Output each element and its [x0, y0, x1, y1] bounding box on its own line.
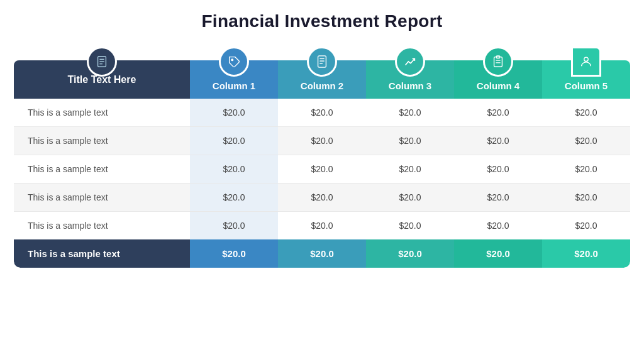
person-icon — [579, 55, 593, 69]
row5-col3: $20.0 — [366, 212, 454, 239]
row5-col5: $20.0 — [542, 212, 630, 239]
row2-label: This is a sample text — [14, 127, 190, 155]
col4-icon-bubble — [483, 47, 513, 77]
row3-col1: $20.0 — [190, 155, 278, 183]
row4-col4: $20.0 — [454, 184, 542, 211]
col5-icon-bubble — [571, 47, 601, 77]
document-icon — [95, 55, 109, 69]
row1-col1: $20.0 — [190, 99, 278, 126]
header-col-5: Column 5 — [542, 60, 630, 99]
footer-col3: $20.0 — [366, 239, 454, 268]
header-col-2: Column 2 — [278, 60, 366, 99]
table-header: Title Text Here Column 1 — [14, 60, 630, 99]
header-col1-label: Column 1 — [213, 80, 255, 91]
row5-label: This is a sample text — [14, 212, 190, 239]
row1-col3: $20.0 — [366, 99, 454, 126]
footer-col4: $20.0 — [454, 239, 542, 268]
title-icon-bubble — [87, 47, 117, 77]
tag-icon — [227, 55, 241, 69]
page-wrapper: Financial Investment Report Title Text H… — [0, 0, 644, 362]
table-row: This is a sample text $20.0 $20.0 $20.0 … — [14, 99, 630, 127]
row2-col2: $20.0 — [278, 127, 366, 155]
row3-col3: $20.0 — [366, 155, 454, 183]
svg-point-13 — [584, 57, 588, 61]
row3-col5: $20.0 — [542, 155, 630, 183]
row4-col1: $20.0 — [190, 184, 278, 211]
row1-label: This is a sample text — [14, 99, 190, 126]
header-col5-label: Column 5 — [565, 80, 608, 91]
row4-col5: $20.0 — [542, 184, 630, 211]
row4-col3: $20.0 — [366, 184, 454, 211]
col2-icon-bubble — [307, 47, 337, 77]
clipboard-icon — [491, 55, 505, 69]
table-footer: This is a sample text $20.0 $20.0 $20.0 … — [14, 239, 630, 268]
row1-col5: $20.0 — [542, 99, 630, 126]
chart-icon — [403, 55, 417, 69]
header-col-3: Column 3 — [366, 60, 454, 99]
row2-col4: $20.0 — [454, 127, 542, 155]
row1-col2: $20.0 — [278, 99, 366, 126]
svg-rect-5 — [318, 56, 326, 67]
svg-point-4 — [231, 59, 233, 61]
row5-col2: $20.0 — [278, 212, 366, 239]
table-row: This is a sample text $20.0 $20.0 $20.0 … — [14, 155, 630, 184]
footer-label: This is a sample text — [14, 239, 190, 268]
row5-col1: $20.0 — [190, 212, 278, 239]
table-row: This is a sample text $20.0 $20.0 $20.0 … — [14, 184, 630, 212]
row2-col3: $20.0 — [366, 127, 454, 155]
header-col-1: Column 1 — [190, 60, 278, 99]
table-row: This is a sample text $20.0 $20.0 $20.0 … — [14, 212, 630, 239]
row3-label: This is a sample text — [14, 155, 190, 183]
table-container: Title Text Here Column 1 — [14, 45, 630, 268]
row3-col4: $20.0 — [454, 155, 542, 183]
row1-col4: $20.0 — [454, 99, 542, 126]
header-col4-label: Column 4 — [477, 80, 519, 91]
header-col3-label: Column 3 — [389, 80, 431, 91]
row3-col2: $20.0 — [278, 155, 366, 183]
col1-icon-bubble — [219, 47, 249, 77]
document2-icon — [315, 55, 329, 69]
table-row: This is a sample text $20.0 $20.0 $20.0 … — [14, 127, 630, 155]
row5-col4: $20.0 — [454, 212, 542, 239]
header-title-cell: Title Text Here — [14, 60, 190, 99]
header-col-4: Column 4 — [454, 60, 542, 99]
page-title: Financial Investment Report — [201, 11, 442, 31]
row2-col5: $20.0 — [542, 127, 630, 155]
footer-col5: $20.0 — [542, 239, 630, 268]
row2-col1: $20.0 — [190, 127, 278, 155]
footer-col2: $20.0 — [278, 239, 366, 268]
row4-label: This is a sample text — [14, 184, 190, 211]
table-body: This is a sample text $20.0 $20.0 $20.0 … — [14, 99, 630, 239]
header-col2-label: Column 2 — [301, 80, 343, 91]
footer-col1: $20.0 — [190, 239, 278, 268]
col3-icon-bubble — [395, 47, 425, 77]
row4-col2: $20.0 — [278, 184, 366, 211]
